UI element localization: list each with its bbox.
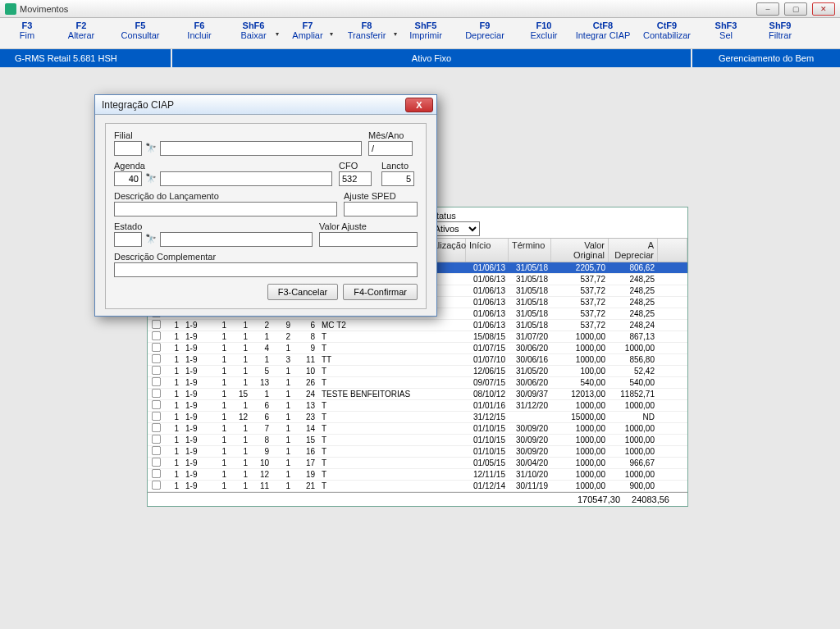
filial-desc-input[interactable] — [160, 141, 362, 156]
table-row[interactable]: 11-91110117T01/05/1530/04/201000,00966,6… — [148, 458, 687, 469]
table-row[interactable]: 11-911296MC T201/06/1331/05/18537,72248,… — [148, 320, 687, 331]
agenda-desc-input[interactable] — [160, 171, 332, 186]
fkey-sel[interactable]: ShF3Sel — [699, 18, 753, 48]
row-checkbox[interactable] — [152, 458, 161, 467]
table-row[interactable]: 11-911128T15/08/1531/07/201000,00867,13 — [148, 331, 687, 343]
table-row[interactable]: 11-9117114T01/10/1530/09/201000,001000,0… — [148, 423, 687, 435]
cancel-button[interactable]: F3-Cancelar — [267, 284, 339, 300]
table-row[interactable]: 11-9116113T01/01/1631/12/201000,001000,0… — [148, 400, 687, 412]
descricao-complementar-input[interactable] — [114, 262, 418, 277]
dialog-close-button[interactable]: X — [405, 98, 433, 112]
dialog-title: Integração CIAP — [102, 99, 174, 111]
row-checkbox[interactable] — [152, 446, 161, 455]
filial-code-input[interactable] — [114, 141, 142, 156]
fkey-filtrar[interactable]: ShF9Filtrar — [753, 18, 807, 48]
band-center: Ativo Fixo — [172, 49, 692, 67]
row-checkbox[interactable] — [152, 389, 161, 398]
fkey-contabilizar[interactable]: CtF9Contabilizar — [635, 18, 699, 48]
row-checkbox[interactable] — [152, 354, 161, 363]
minimize-button[interactable]: – — [756, 2, 779, 16]
ajuste-sped-label: Ajuste SPED — [344, 191, 418, 201]
row-checkbox[interactable] — [152, 400, 161, 409]
descricao-complementar-label: Descrição Complementar — [114, 252, 418, 262]
filial-label: Filial — [114, 130, 362, 140]
estado-label: Estado — [114, 221, 313, 231]
valor-ajuste-label: Valor Ajuste — [319, 221, 418, 231]
total-a-depreciar: 24083,56 — [623, 493, 673, 506]
band-left: G-RMS Retail 5.681 HSH — [0, 49, 172, 67]
cfo-label: CFO — [339, 161, 375, 171]
agenda-label: Agenda — [114, 161, 332, 171]
table-row[interactable]: 11-91151124TESTE BENFEITORIAS08/10/1230/… — [148, 389, 687, 400]
mesano-input[interactable] — [368, 141, 413, 156]
row-checkbox[interactable] — [152, 469, 161, 478]
fkey-imprimir[interactable]: ShF5Imprimir — [399, 18, 453, 48]
table-row[interactable]: 11-91126123T31/12/1515000,00ND — [148, 412, 687, 423]
descricao-lancamento-label: Descrição do Lançamento — [114, 191, 337, 201]
estado-desc-input[interactable] — [160, 232, 313, 247]
fkey-fim[interactable]: F3Fim — [0, 18, 54, 48]
window-title-bar: Movimentos – ▢ ✕ — [0, 0, 840, 18]
row-checkbox[interactable] — [152, 366, 161, 375]
cfo-input[interactable] — [339, 171, 372, 186]
fkey-toolbar: F3FimF2AlterarF5ConsultarF6IncluirShF6Ba… — [0, 18, 840, 49]
close-button[interactable]: ✕ — [812, 2, 835, 16]
fkey-integrar ciap[interactable]: CtF8Integrar CIAP — [571, 18, 635, 48]
chevron-down-icon: ▾ — [330, 30, 333, 37]
agenda-code-input[interactable] — [114, 171, 142, 186]
col-valor-original[interactable]: Valor Original — [551, 239, 609, 262]
binoculars-icon[interactable]: 🔭 — [144, 171, 158, 185]
row-checkbox[interactable] — [152, 435, 161, 444]
total-valor-original: 170547,30 — [566, 493, 623, 506]
estado-code-input[interactable] — [114, 232, 142, 247]
fkey-baixar[interactable]: ShF6Baixar▾ — [226, 18, 281, 48]
row-checkbox[interactable] — [152, 412, 161, 421]
app-icon — [5, 3, 16, 15]
table-row[interactable]: 11-91111121T01/12/1430/11/191000,00900,0… — [148, 481, 687, 492]
binoculars-icon[interactable]: 🔭 — [144, 232, 158, 245]
table-row[interactable]: 11-911419T01/07/1530/06/201000,001000,00 — [148, 343, 687, 354]
fkey-excluir[interactable]: F10Excluir — [517, 18, 571, 48]
integracao-ciap-dialog: Integração CIAP X Filial 🔭 Mês/Ano — [94, 94, 437, 317]
col-inicio[interactable]: Início — [466, 239, 509, 262]
fkey-depreciar[interactable]: F9Depreciar — [453, 18, 517, 48]
mesano-label: Mês/Ano — [368, 130, 418, 140]
table-row[interactable]: 11-9119116T01/10/1530/09/201000,001000,0… — [148, 446, 687, 458]
row-checkbox[interactable] — [152, 343, 161, 352]
fkey-alterar[interactable]: F2Alterar — [54, 18, 108, 48]
row-checkbox[interactable] — [152, 423, 161, 432]
chevron-down-icon: ▾ — [276, 30, 279, 37]
row-checkbox[interactable] — [152, 320, 161, 329]
window-title: Movimentos — [20, 4, 68, 14]
fkey-transferir[interactable]: F8Transferir▾ — [335, 18, 399, 48]
status-band: G-RMS Retail 5.681 HSH Ativo Fixo Gerenc… — [0, 49, 840, 67]
row-checkbox[interactable] — [152, 481, 161, 490]
lancto-input[interactable] — [381, 171, 414, 186]
grid-footer: 170547,30 24083,56 — [148, 492, 687, 506]
table-row[interactable]: 11-91112119T12/11/1531/10/201000,001000,… — [148, 469, 687, 481]
filter-status-label: Status — [431, 211, 480, 221]
col-a-depreciar[interactable]: A Depreciar — [609, 239, 658, 262]
row-checkbox[interactable] — [152, 377, 161, 386]
fkey-ampliar[interactable]: F7Ampliar▾ — [281, 18, 335, 48]
maximize-button[interactable]: ▢ — [784, 2, 807, 16]
row-checkbox[interactable] — [152, 331, 161, 340]
fkey-incluir[interactable]: F6Incluir — [172, 18, 226, 48]
descricao-lancamento-input[interactable] — [114, 202, 337, 217]
col-termino[interactable]: Término — [509, 239, 551, 262]
ajuste-sped-input[interactable] — [344, 202, 418, 217]
table-row[interactable]: 11-9118115T01/10/1530/09/201000,001000,0… — [148, 435, 687, 446]
binoculars-icon[interactable]: 🔭 — [144, 141, 158, 154]
fkey-consultar[interactable]: F5Consultar — [108, 18, 172, 48]
confirm-button[interactable]: F4-Confirmar — [343, 284, 418, 300]
chevron-down-icon: ▾ — [394, 30, 397, 37]
table-row[interactable]: 11-9111311TT01/07/1030/06/161000,00856,8… — [148, 354, 687, 366]
lancto-label: Lancto — [381, 161, 418, 171]
table-row[interactable]: 11-9115110T12/06/1531/05/20100,0052,42 — [148, 366, 687, 377]
valor-ajuste-input[interactable] — [319, 232, 418, 247]
band-right: Gerenciamento do Bem — [692, 49, 840, 67]
filter-status-select[interactable]: Ativos — [431, 221, 480, 236]
table-row[interactable]: 11-91113126T09/07/1530/06/20540,00540,00 — [148, 377, 687, 389]
